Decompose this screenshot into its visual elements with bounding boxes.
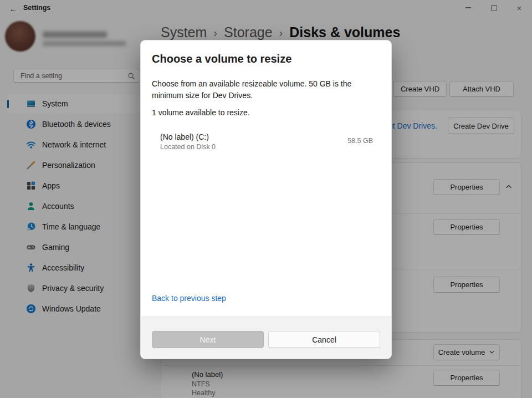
cancel-button[interactable]: Cancel bbox=[268, 331, 380, 348]
dialog-description: Choose from an available resizeable volu… bbox=[152, 78, 381, 101]
volume-list-item[interactable]: (No label) (C:) Located on Disk 0 58.5 G… bbox=[147, 129, 385, 156]
dialog-availability-text: 1 volume available to resize. bbox=[152, 108, 250, 117]
volume-name: (No label) (C:) bbox=[160, 132, 209, 141]
next-label: Next bbox=[200, 335, 216, 344]
volume-location: Located on Disk 0 bbox=[160, 143, 216, 151]
back-to-previous-step-link[interactable]: Back to previous step bbox=[152, 294, 226, 303]
dialog-title: Choose a volume to resize bbox=[152, 53, 291, 65]
resize-volume-dialog: Choose a volume to resize Choose from an… bbox=[140, 40, 392, 359]
cancel-label: Cancel bbox=[312, 335, 336, 344]
settings-window: ← Settings × System Bluetooth & device bbox=[0, 0, 532, 398]
next-button[interactable]: Next bbox=[152, 331, 264, 348]
dialog-footer: Next Cancel bbox=[141, 317, 391, 359]
volume-size: 58.5 GB bbox=[347, 137, 373, 145]
